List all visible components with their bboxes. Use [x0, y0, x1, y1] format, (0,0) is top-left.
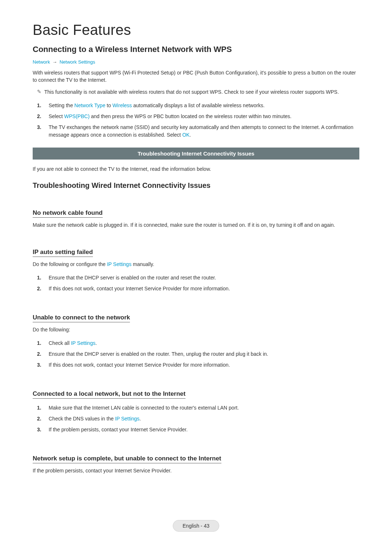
- callout-heading: Troubleshooting Internet Connectivity Is…: [33, 148, 359, 160]
- list-item: 2. Check the DNS values in the IP Settin…: [33, 413, 359, 424]
- section-title: Basic Features: [33, 22, 359, 38]
- list-text: If the problem persists, contact your In…: [49, 426, 188, 433]
- link-ip-settings: IP Settings: [115, 416, 139, 422]
- note: ✎ This functionality is not available wi…: [33, 88, 359, 96]
- list-text: Make sure that the Internet LAN cable is…: [49, 404, 239, 411]
- breadcrumb-item-network: Network: [33, 59, 50, 65]
- topic-body: Do the following:: [33, 326, 359, 333]
- list-index: 2.: [37, 113, 44, 120]
- list-index: 1.: [37, 404, 44, 411]
- intro-paragraph: With wireless routers that support WPS (…: [33, 69, 359, 84]
- link-wireless: Wireless: [113, 102, 132, 108]
- topic-heading-local-only: Connected to a local network, but not to…: [33, 390, 185, 399]
- list-item: 1. Setting the Network Type to Wireless …: [33, 100, 359, 111]
- link-network-type: Network Type: [74, 102, 105, 108]
- list-text: Check all IP Settings.: [49, 339, 97, 347]
- list-text: The TV exchanges the network name (SSID)…: [49, 124, 359, 138]
- list-item: 2. If this does not work, contact your I…: [33, 283, 359, 294]
- list-text: Ensure that the DHCP server is enabled o…: [49, 274, 216, 281]
- list-index: 1.: [37, 102, 44, 109]
- list-item: 2. Select WPS(PBC) and then press the WP…: [33, 111, 359, 122]
- list-text: Check the DNS values in the IP Settings.: [49, 415, 141, 422]
- list-item: 1. Check all IP Settings.: [33, 338, 359, 348]
- link-ip-settings: IP Settings: [107, 261, 131, 267]
- list-index: 3.: [37, 426, 44, 433]
- list-item: 2. Ensure that the DHCP server is enable…: [33, 348, 359, 359]
- topic-heading-ip-auto: IP auto setting failed: [33, 249, 93, 257]
- wps-steps: 1. Setting the Network Type to Wireless …: [33, 100, 359, 140]
- topic-steps: 1. Check all IP Settings. 2. Ensure that…: [33, 338, 359, 371]
- list-index: 1.: [37, 339, 44, 347]
- list-index: 3.: [37, 124, 44, 131]
- link-wps-pbc: WPS(PBC): [64, 113, 90, 119]
- topic-body: Do the following or configure the IP Set…: [33, 261, 359, 268]
- manual-page: Basic Features Connecting to a Wireless …: [0, 0, 392, 552]
- list-item: 1. Ensure that the DHCP server is enable…: [33, 272, 359, 283]
- list-index: 2.: [37, 285, 44, 292]
- list-item: 3. The TV exchanges the network name (SS…: [33, 122, 359, 140]
- topic-heading-setup-complete: Network setup is complete, but unable to…: [33, 455, 221, 463]
- list-item: 3. If the problem persists, contact your…: [33, 424, 359, 435]
- list-text: Setting the Network Type to Wireless aut…: [49, 102, 265, 109]
- list-item: 3. If this does not work, contact your I…: [33, 359, 359, 370]
- breadcrumb-separator: →: [52, 59, 57, 65]
- list-text: If this does not work, contact your Inte…: [49, 361, 230, 368]
- list-index: 2.: [37, 350, 44, 358]
- callout-subtext: If you are not able to connect the TV to…: [33, 165, 359, 173]
- list-text: If this does not work, contact your Inte…: [49, 285, 230, 292]
- subsection-heading: Troubleshooting Wired Internet Connectiv…: [33, 181, 359, 190]
- page-footer: English - 43: [173, 520, 219, 532]
- topic-heading-unable-connect: Unable to connect to the network: [33, 314, 130, 322]
- list-text: Select WPS(PBC) and then press the WPS o…: [49, 113, 291, 120]
- page-heading: Connecting to a Wireless Internet Networ…: [33, 45, 359, 54]
- link-ok: OK: [182, 132, 189, 138]
- topic-steps: 1. Make sure that the Internet LAN cable…: [33, 402, 359, 435]
- note-icon: ✎: [37, 88, 41, 96]
- topic-body: If the problem persists, contact your In…: [33, 467, 359, 474]
- list-index: 1.: [37, 274, 44, 281]
- link-ip-settings: IP Settings: [71, 340, 95, 346]
- list-item: 1. Make sure that the Internet LAN cable…: [33, 402, 359, 413]
- topic-heading-no-cable: No network cable found: [33, 209, 103, 218]
- topic-body: Make sure the network cable is plugged i…: [33, 221, 359, 229]
- note-text: This functionality is not available with…: [44, 88, 339, 96]
- list-index: 2.: [37, 415, 44, 422]
- list-index: 3.: [37, 361, 44, 368]
- breadcrumb: Network → Network Settings: [33, 59, 359, 65]
- breadcrumb-item-network-settings: Network Settings: [60, 59, 95, 65]
- list-text: Ensure that the DHCP server is enabled o…: [49, 350, 268, 358]
- topic-steps: 1. Ensure that the DHCP server is enable…: [33, 272, 359, 294]
